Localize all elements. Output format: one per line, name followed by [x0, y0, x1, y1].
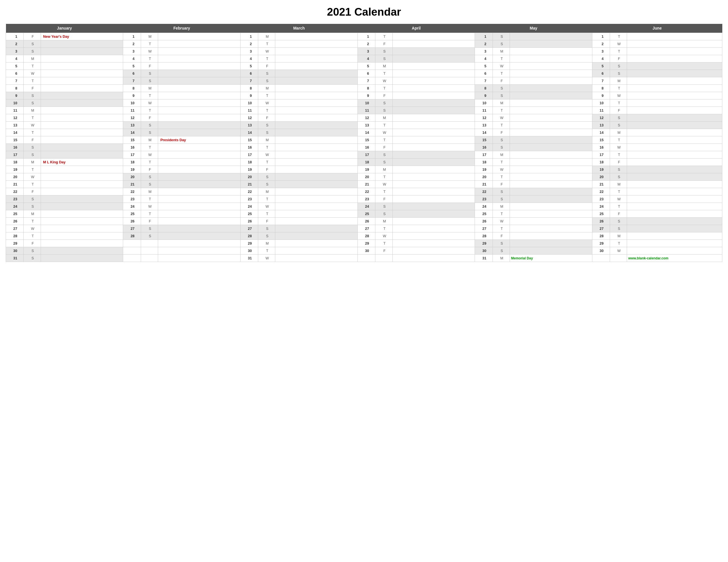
day-letter-mar-2: T: [258, 40, 275, 48]
day-letter-jan-26: T: [24, 218, 41, 225]
day-event-jan-27: [41, 225, 123, 233]
day-event-jan-28: [41, 233, 123, 240]
day-letter-apr-27: T: [375, 225, 392, 233]
day-event-apr-1: [392, 33, 475, 40]
day-event-apr-31: [392, 255, 475, 262]
day-letter-jun-17: T: [610, 151, 627, 159]
day-letter-jun-29: T: [610, 240, 627, 247]
day-num-jan-1: 1: [6, 33, 24, 40]
day-letter-mar-1: M: [258, 33, 275, 40]
day-event-jun-2: [627, 40, 722, 48]
day-letter-jan-20: W: [24, 173, 41, 181]
day-event-apr-11: [392, 107, 475, 114]
day-letter-jan-28: T: [24, 233, 41, 240]
day-num-mar-29: 29: [240, 240, 258, 247]
day-num-may-16: 16: [475, 144, 493, 151]
day-event-mar-30: [275, 247, 358, 255]
day-letter-may-28: F: [493, 233, 510, 240]
day-event-may-7: [510, 77, 592, 85]
day-event-jan-20: [41, 173, 123, 181]
day-num-mar-20: 20: [240, 173, 258, 181]
day-letter-jan-3: S: [24, 48, 41, 55]
day-event-may-8: [510, 85, 592, 92]
day-num-feb-7: 7: [123, 77, 141, 85]
day-num-may-4: 4: [475, 55, 493, 63]
day-letter-mar-14: S: [258, 129, 275, 136]
day-letter-jun-24: T: [610, 203, 627, 210]
day-event-apr-25: [392, 210, 475, 218]
day-letter-apr-12: M: [375, 114, 392, 122]
day-letter-jan-22: F: [24, 188, 41, 196]
day-event-jan-22: [41, 188, 123, 196]
day-letter-jan-11: M: [24, 107, 41, 114]
day-event-jan-17: [41, 151, 123, 159]
day-event-jun-30: [627, 247, 722, 255]
day-letter-may-14: F: [493, 129, 510, 136]
day-num-may-22: 22: [475, 188, 493, 196]
day-letter-jun-6: S: [610, 70, 627, 77]
day-event-feb-10: [158, 100, 240, 107]
day-letter-jun-20: S: [610, 173, 627, 181]
day-event-may-13: [510, 122, 592, 129]
day-event-mar-1: [275, 33, 358, 40]
day-event-jun-23: [627, 196, 722, 203]
day-event-mar-31: [275, 255, 358, 262]
day-num-apr-23: 23: [358, 196, 375, 203]
day-num-apr-14: 14: [358, 129, 375, 136]
day-letter-apr-31: [375, 255, 392, 262]
day-event-apr-29: [392, 240, 475, 247]
day-letter-mar-12: F: [258, 114, 275, 122]
day-num-apr-16: 16: [358, 144, 375, 151]
day-num-may-24: 24: [475, 203, 493, 210]
day-num-may-1: 1: [475, 33, 493, 40]
day-num-mar-5: 5: [240, 63, 258, 70]
day-event-feb-31: [158, 255, 240, 262]
day-letter-may-31: M: [493, 255, 510, 262]
day-letter-mar-30: T: [258, 247, 275, 255]
day-letter-apr-7: W: [375, 77, 392, 85]
day-event-mar-25: [275, 210, 358, 218]
day-num-jan-22: 22: [6, 188, 24, 196]
month-feb-header: February: [123, 24, 240, 33]
day-letter-jan-8: F: [24, 85, 41, 92]
day-letter-jun-27: S: [610, 225, 627, 233]
day-event-feb-2: [158, 40, 240, 48]
day-letter-jan-4: M: [24, 55, 41, 63]
day-num-mar-2: 2: [240, 40, 258, 48]
day-letter-feb-27: S: [141, 225, 158, 233]
day-num-feb-2: 2: [123, 40, 141, 48]
day-letter-jan-31: S: [24, 255, 41, 262]
day-letter-jan-21: T: [24, 181, 41, 188]
day-event-feb-19: [158, 166, 240, 173]
day-num-may-3: 3: [475, 48, 493, 55]
day-letter-may-9: S: [493, 92, 510, 100]
day-letter-may-21: F: [493, 181, 510, 188]
day-num-apr-25: 25: [358, 210, 375, 218]
day-event-may-30: [510, 247, 592, 255]
day-num-feb-4: 4: [123, 55, 141, 63]
day-num-jun-31: [592, 255, 610, 262]
day-event-mar-10: [275, 100, 358, 107]
day-num-jan-10: 10: [6, 100, 24, 107]
day-letter-may-17: M: [493, 151, 510, 159]
day-event-feb-7: [158, 77, 240, 85]
day-event-jan-8: [41, 85, 123, 92]
day-num-may-29: 29: [475, 240, 493, 247]
day-num-feb-11: 11: [123, 107, 141, 114]
day-num-feb-5: 5: [123, 63, 141, 70]
day-letter-feb-13: S: [141, 122, 158, 129]
day-letter-mar-16: T: [258, 144, 275, 151]
day-event-may-27: [510, 225, 592, 233]
day-letter-feb-21: S: [141, 181, 158, 188]
day-event-apr-17: [392, 151, 475, 159]
day-letter-mar-27: S: [258, 225, 275, 233]
day-event-jun-27: [627, 225, 722, 233]
day-num-apr-7: 7: [358, 77, 375, 85]
day-num-jun-25: 25: [592, 210, 610, 218]
day-num-apr-1: 1: [358, 33, 375, 40]
day-event-jun-24: [627, 203, 722, 210]
day-num-apr-27: 27: [358, 225, 375, 233]
day-event-apr-28: [392, 233, 475, 240]
day-num-may-6: 6: [475, 70, 493, 77]
day-letter-may-12: W: [493, 114, 510, 122]
